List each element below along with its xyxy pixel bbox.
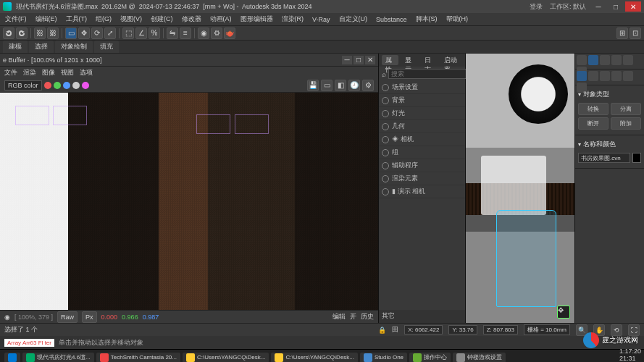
menu-file[interactable]: 文件(F) (3, 14, 29, 24)
motion-tab-icon[interactable] (611, 55, 622, 65)
maximize-button[interactable]: □ (608, 1, 624, 12)
menu-create[interactable]: 创建(C) (149, 14, 175, 24)
menu-view[interactable]: 视图(V) (118, 14, 144, 24)
visibility-toggle[interactable] (382, 97, 389, 104)
select-button[interactable]: ▭ (65, 28, 77, 39)
move-button[interactable]: ✥ (78, 28, 90, 39)
scene-tab-stats[interactable]: 启动率 (440, 55, 462, 65)
viewport-3d[interactable]: ✥ (466, 54, 574, 323)
angle-snap-button[interactable]: ∠ (135, 28, 147, 39)
object-name-input[interactable] (578, 153, 630, 163)
fb-menu-image[interactable]: 图像 (42, 68, 55, 77)
material-button[interactable]: ◉ (198, 28, 209, 39)
align-button[interactable]: ≡ (180, 28, 191, 39)
menu-graph[interactable]: 图形编辑器 (238, 14, 275, 24)
fb-mono-dot[interactable] (82, 82, 89, 89)
menu-modifiers[interactable]: 修改器 (180, 14, 204, 24)
visibility-toggle[interactable] (382, 175, 389, 182)
split-button[interactable]: 分离 (611, 103, 641, 115)
fb-menu-options[interactable]: 选项 (80, 68, 93, 77)
fb-channel-select[interactable]: RGB color (4, 80, 42, 90)
menu-script[interactable]: 脚本(S) (414, 14, 440, 24)
fb-px-toggle[interactable]: Px (82, 311, 97, 323)
menu-help[interactable]: 帮助(H) (444, 14, 471, 24)
taskbar-app[interactable]: Studio One (360, 353, 407, 363)
name-color-header[interactable]: 名称和颜色 (578, 138, 641, 151)
fb-menu-render[interactable]: 渲染 (23, 68, 36, 77)
mirror-button[interactable]: ⇋ (167, 28, 178, 39)
visibility-toggle[interactable] (382, 136, 389, 143)
fb-compare-button[interactable]: ◧ (335, 80, 346, 91)
fb-settings-button[interactable]: ⚙ (362, 80, 374, 91)
taskbar-app[interactable]: 操作中心 (409, 353, 451, 363)
percent-snap-button[interactable]: % (149, 28, 160, 39)
coord-z[interactable]: Z: 807.803 (483, 325, 518, 334)
link-button[interactable]: ⛓ (34, 28, 46, 39)
fb-red-dot[interactable] (44, 82, 51, 89)
menu-edit[interactable]: 编辑(E) (33, 14, 59, 24)
snap-button[interactable]: ⬚ (122, 28, 134, 39)
menu-vray[interactable]: V-Ray (310, 16, 333, 23)
login-link[interactable]: 登录 (530, 2, 543, 12)
scene-filter-input[interactable] (388, 69, 475, 79)
modify-tab-icon[interactable] (588, 55, 598, 65)
fb-save-button[interactable]: 💾 (307, 80, 319, 91)
taskbar-app[interactable]: 现代书房灯光4.6渲... (22, 353, 94, 363)
viewport-nav-icon[interactable]: ⊡ (630, 28, 641, 39)
layer-row[interactable]: 组 (379, 146, 465, 159)
object-type-header[interactable]: 对象类型 (578, 88, 641, 101)
visibility-toggle[interactable] (382, 149, 389, 156)
menu-render[interactable]: 渲染(R) (280, 14, 306, 24)
coord-y[interactable]: Y: 33.76 (448, 325, 477, 334)
layer-row[interactable]: 渲染元素 (379, 172, 465, 185)
taskbar-app[interactable]: TechSmith Camtasia 20... (96, 353, 180, 363)
minimize-button[interactable]: ─ (590, 1, 606, 12)
fb-close-button[interactable]: ✕ (365, 56, 375, 64)
lock-icon[interactable]: 🔒 (378, 327, 386, 334)
fb-blue-dot[interactable] (63, 82, 70, 89)
attach-button[interactable]: 附加 (611, 117, 641, 130)
workspace-label[interactable]: 工作区: 默认 (550, 2, 586, 12)
helper-icon[interactable] (623, 71, 633, 81)
vp-chair-selected[interactable] (496, 210, 556, 307)
maxscript-listener[interactable]: Array Arr63 Fl ter (4, 339, 54, 347)
visibility-toggle[interactable] (382, 188, 389, 195)
layer-row[interactable]: 场景设置 (379, 81, 465, 94)
menu-group[interactable]: 组(G) (93, 14, 114, 24)
scale-button[interactable]: ⤢ (104, 28, 116, 39)
menu-custom[interactable]: 自定义(U) (337, 14, 370, 24)
render-button[interactable]: 🫖 (224, 28, 235, 39)
render-setup-button[interactable]: ⚙ (211, 28, 222, 39)
scene-tab-log[interactable]: 日志 (421, 55, 438, 65)
render-viewport[interactable] (0, 93, 378, 310)
nav-max-icon[interactable]: ⛶ (628, 324, 640, 336)
tab-populate[interactable]: 填充 (94, 41, 119, 53)
visibility-toggle[interactable] (382, 123, 389, 130)
create-tab-icon[interactable] (577, 55, 587, 65)
shape-icon[interactable] (588, 71, 598, 81)
viewport-nav-icon[interactable]: ⊞ (616, 28, 628, 39)
scene-tab-display[interactable]: 显示 (401, 55, 418, 65)
coord-x[interactable]: X: 6062.422 (404, 325, 443, 334)
fb-on-label[interactable]: 开 (350, 312, 356, 321)
display-tab-icon[interactable] (623, 55, 633, 65)
light-icon[interactable] (600, 71, 610, 81)
tab-paint[interactable]: 对象绘制 (55, 41, 93, 53)
hierarchy-tab-icon[interactable] (600, 55, 610, 65)
taskbar-app[interactable]: C:\Users\YANGCQ\Desk... (183, 353, 269, 363)
detach-button[interactable]: 断开 (578, 117, 609, 130)
layer-row[interactable]: 几何 (379, 120, 465, 133)
scene-tab-props[interactable]: 属性 (382, 55, 398, 65)
fb-edit-label[interactable]: 编辑 (333, 312, 346, 321)
nav-pan-icon[interactable]: ✋ (593, 324, 605, 336)
fb-maximize-button[interactable]: □ (354, 56, 364, 64)
layer-list[interactable]: 场景设置 背景 灯光 几何 ◈ 相机 组 辅助程序 渲染元素 ▮ 演示 相机 (379, 81, 465, 310)
nav-orbit-icon[interactable]: ⟲ (611, 324, 622, 336)
menu-tools[interactable]: 工具(T) (64, 14, 90, 24)
menu-substance[interactable]: Substance (374, 16, 409, 23)
layer-row[interactable]: ▮ 演示 相机 (379, 185, 465, 198)
unlink-button[interactable]: ⛓̸ (47, 28, 59, 39)
visibility-toggle[interactable] (382, 84, 389, 91)
grid-icon[interactable]: 田 (392, 325, 398, 334)
start-button[interactable] (4, 353, 20, 363)
